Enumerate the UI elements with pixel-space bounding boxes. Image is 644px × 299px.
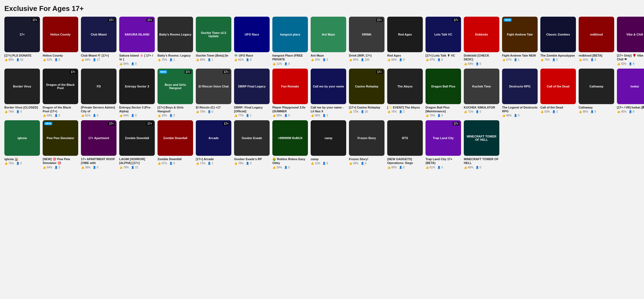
like-percent: 86% [583, 110, 588, 113]
game-name: Batty's Rooms: Legacy [158, 54, 193, 57]
game-card[interactable]: 17+ Apartment17+17+ APARTMENT ROOF [VIBE… [81, 120, 116, 169]
game-info: Ant Maze👍20%👤0 [311, 54, 346, 61]
game-card[interactable]: DBRP Final LegacyDBRP: Final Legacy [Off… [234, 69, 270, 117]
game-card[interactable]: Fight Andrew TateNEWFight Andrew Tate NE… [502, 17, 538, 65]
game-card[interactable]: Kuchek TimeKUCHEK SIMULATOR👍71%👤0 [464, 69, 499, 117]
like-percent: 84% [85, 58, 91, 61]
game-card[interactable]: The Abyss[✨ EVENT] The Abyss👍76%👤2 [387, 69, 423, 117]
game-card[interactable]: Zombie Downfall17+LAGIM [HORROR] [ALPHA]… [119, 120, 155, 169]
game-name: Fight Andrew Tate NEW [502, 54, 538, 57]
player-count: 0 [441, 114, 443, 117]
like-percent: 66% [391, 58, 397, 61]
game-card[interactable]: Arcade17+[17+] Arcade👍72%👤1 [196, 120, 231, 169]
game-card[interactable]: Batty's Rooms LegacyBatty's Rooms: Legac… [158, 17, 193, 65]
game-card[interactable]: Red AgesRed Ages👍66%👤0 [387, 17, 423, 65]
game-card[interactable]: Destructo RPGThe Legend of Destructo RPG… [502, 69, 538, 117]
game-stats: 👍91%👤8 [234, 58, 270, 61]
game-card[interactable]: Ouchie Town v2.5 UpdateOuchie Town [Beta… [196, 17, 231, 65]
game-card[interactable]: Call of the DeadCall of the Dead👍63%👤2 [540, 69, 576, 117]
game-card[interactable]: El Rincon Voice Chat17+El Rincón (C) +17… [196, 69, 231, 117]
game-card[interactable]: FD[Private Servers Admin] City of👍81%👤0 [81, 69, 116, 117]
game-card[interactable]: +9999999 RoBUX🤑 Roblox Robox Easy Obby👍2… [272, 120, 308, 169]
game-card[interactable]: UFO Race🛸 UFO Race👍91%👤8 [234, 17, 270, 65]
game-card[interactable]: DRINK17+Drink [WIP, 17+]👍95%👤100 [349, 17, 384, 65]
age-badge: 17+ [31, 18, 38, 22]
game-card[interactable]: Call me by your nameCall me by your name… [311, 69, 346, 117]
player-count: 100 [365, 58, 369, 61]
player-icon: 👤 [361, 58, 364, 61]
game-card[interactable]: Border VirusBorder Virus [CLOSED]👍74%👤0 [4, 69, 40, 117]
game-card[interactable]: RTS[NEW GADGETS] Operations: Siege👍85%👤0 [387, 120, 423, 169]
game-card[interactable]: Zombie DownfallZombie Downfall👍67%👤0 [158, 120, 193, 169]
thumbs-up-icon: 👍 [4, 162, 8, 165]
like-stat: 👍63% [540, 110, 550, 113]
game-card[interactable]: CathawayCathaway👍86%👤0 [579, 69, 614, 117]
game-stats: 👍24%👤0 [272, 166, 308, 169]
game-card[interactable]: campcamp👍12%👤0 [311, 120, 346, 169]
game-name: DBRP: Final Legacy [Official] [234, 105, 270, 113]
like-percent: 78% [123, 166, 129, 169]
game-card[interactable]: Fan RemakePlayer Playground 3.0v (SUMMER… [272, 69, 308, 117]
player-count: 0 [135, 114, 137, 117]
game-card[interactable]: Club Miami17+Club Miami🌴 [17+]👍84%👤17 [81, 17, 116, 65]
game-card[interactable]: redbloodredblood [BETA]👍60%👤3 [579, 17, 614, 65]
player-stat: 👤0 [476, 62, 481, 65]
game-stats: 👍78%👤0 [234, 162, 270, 165]
game-name: Trap Land City 17+ (BETA) [426, 157, 461, 165]
game-card[interactable]: Frozen StoryFrozen Story!👍58%👤0 [349, 120, 384, 169]
game-card[interactable]: hangout placehangout Place (FREE PRIVATE… [272, 17, 308, 65]
player-icon: 👤 [54, 58, 58, 61]
game-card[interactable]: Dragon Ball PlusDragon Ball Plus [Mainte… [426, 69, 461, 117]
game-card[interactable]: Lets Talk VC17+[17+] Lets Talk 🎙 VC👍97%👤… [426, 17, 461, 65]
thumbs-up-icon: 👍 [502, 114, 505, 117]
game-card[interactable]: Trap Land City17+Trap Land City 17+ (BET… [426, 120, 461, 169]
thumbs-up-icon: 👍 [502, 58, 505, 61]
like-percent: 71% [468, 110, 473, 113]
player-count: 2 [556, 58, 558, 61]
game-card[interactable]: Helios CountyHelios County👍52%👤0 [43, 17, 78, 65]
game-card[interactable]: Classic ZombiesThe Zombie Apocalypse👍75%… [540, 17, 576, 65]
game-card[interactable]: Ant MazeAnt Maze👍20%👤0 [311, 17, 346, 65]
like-stat: 👍77% [234, 114, 244, 117]
game-name: KUCHEK SIMULATOR [464, 105, 499, 109]
game-stats: 👍75%👤2 [540, 58, 576, 61]
game-card[interactable]: MINECRAFT TOWER OF HELLMINECRAFT TOWER O… [464, 120, 499, 169]
game-info: Batty's Rooms: Legacy👍75%👤1 [158, 54, 193, 61]
game-card[interactable]: iglesiaiglesia 🕍👍75%👤0 [4, 120, 40, 169]
player-icon: 👤 [131, 114, 134, 117]
game-card[interactable]: Casino Roleplay17+[17+] Casino Roleplay👍… [349, 69, 384, 117]
like-percent: 91% [238, 58, 244, 61]
like-percent: 75% [8, 162, 14, 165]
game-stats: 👍39%👤0 [81, 166, 116, 169]
game-thumbnail: DBRP Final Legacy [234, 69, 270, 104]
age-badge: 17+ [185, 70, 191, 74]
game-card[interactable]: DokkodoDokkōdō [CHECK DESC]👍69%👤0 [464, 17, 499, 65]
player-count: 0 [595, 110, 596, 113]
game-thumbnail: FD [81, 69, 116, 104]
game-stats: 👍77%👤1 [234, 114, 270, 117]
thumbs-up-icon: 👍 [234, 114, 237, 117]
game-card[interactable]: Boys and Girls Hangout17+NEW[17+] Boys &… [158, 69, 193, 117]
game-thumbnail: DRINK17+ [349, 17, 384, 52]
game-card[interactable]: Pew Pew SimulatorNEW[NEW] 🎯 Pew Pew Simu… [43, 120, 78, 169]
game-card[interactable]: Dragon of the Black Pool17+Dragon of the… [43, 69, 78, 117]
game-card[interactable]: 17+17+[17+] PLS DONATE👍89%👤52 [4, 17, 40, 65]
game-info: Ouchie Town [Beta] [In👍69%👤1 [196, 54, 231, 61]
player-stat: 👤0 [476, 110, 481, 113]
game-card[interactable]: Entropy Sector 3Entropy:Sector 3 (Pre-Al… [119, 69, 155, 117]
game-card[interactable]: Vibe & Chill17+[17+ Only] 🌹 Vibe & Chill… [617, 17, 644, 65]
age-badge: 17+ [453, 18, 459, 22]
new-badge: NEW [504, 18, 512, 22]
game-card[interactable]: SAKURA ISLAND17+Sakura Island 🌸 [ 17+ / … [119, 17, 155, 65]
game-card[interactable]: Goober EvadeGoober Evade's RP👍78%👤0 [234, 120, 270, 169]
player-icon: 👤 [169, 58, 173, 61]
game-card[interactable]: Isekai17+[17+ / VR] Isekai (異世界)👍40%👤0 [617, 69, 644, 117]
player-icon: 👤 [16, 110, 19, 113]
game-name: Zombie Downfall [158, 157, 193, 161]
like-stat: 👍89% [4, 58, 14, 61]
thumbs-up-icon: 👍 [387, 166, 391, 169]
player-count: 1 [212, 162, 213, 165]
player-icon: 👤 [514, 58, 517, 61]
game-thumbnail: The Abyss [387, 69, 423, 104]
new-badge: NEW [159, 70, 167, 74]
